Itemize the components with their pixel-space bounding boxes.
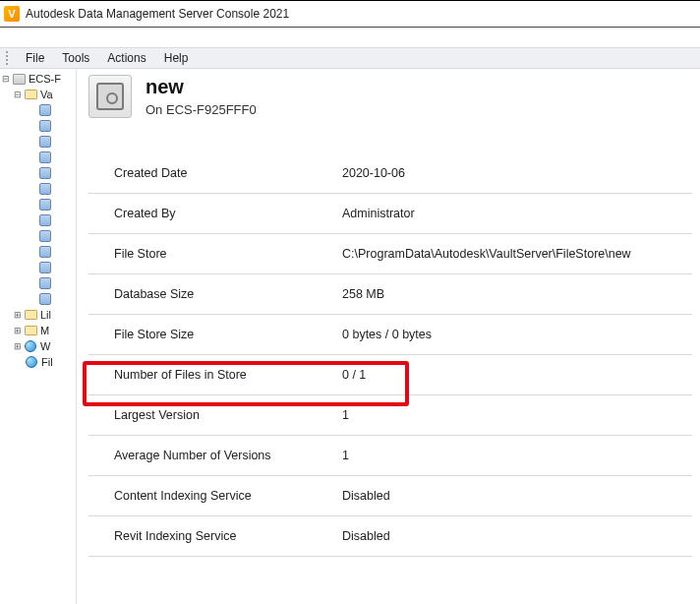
subtitle-prefix: On	[146, 102, 166, 117]
db-icon	[37, 229, 53, 243]
expand-icon[interactable]: ⊞	[12, 326, 23, 335]
db-icon	[37, 276, 53, 290]
property-row: Largest Version1	[88, 395, 692, 436]
spacer	[0, 28, 700, 47]
property-value: 0 bytes / 0 bytes	[342, 328, 432, 341]
app-icon: V	[4, 6, 20, 22]
tree-panel: ⊟ ECS-F ⊟ Va ⊞ Lil ⊞ M	[0, 69, 77, 604]
collapse-icon[interactable]: ⊟	[12, 90, 23, 99]
property-value: 1	[342, 408, 349, 422]
body: ⊟ ECS-F ⊟ Va ⊞ Lil ⊞ M	[0, 69, 700, 604]
globe-icon	[24, 355, 39, 369]
tree-libraries[interactable]: ⊞ Lil	[0, 307, 76, 323]
expand-icon[interactable]: ⊞	[12, 310, 23, 320]
globe-icon	[23, 339, 38, 353]
tree-item[interactable]	[0, 228, 76, 244]
content-panel: new On ECS-F925FFF0 Created Date2020-10-…	[77, 69, 700, 604]
db-icon	[37, 151, 53, 164]
db-icon	[37, 166, 53, 180]
property-label: Content Indexing Service	[114, 489, 342, 503]
titlebar: V Autodesk Data Management Server Consol…	[0, 0, 700, 28]
tree-item[interactable]	[0, 102, 76, 118]
tree-item[interactable]	[0, 212, 76, 228]
property-row: Average Number of Versions1	[88, 436, 692, 476]
menu-actions[interactable]: Actions	[99, 49, 153, 67]
db-icon	[37, 103, 53, 117]
tree-vaults[interactable]: ⊟ Va	[0, 87, 76, 102]
menubar-grip	[6, 51, 12, 65]
property-label: Database Size	[114, 287, 342, 301]
tree-item[interactable]	[0, 260, 76, 275]
property-value: Disabled	[342, 489, 390, 503]
tree-item[interactable]	[0, 244, 76, 260]
property-row: Created Date2020-10-06	[88, 153, 692, 194]
tree-w[interactable]: ⊞ W	[0, 338, 76, 354]
db-icon	[37, 292, 53, 306]
property-row: Database Size258 MB	[88, 274, 692, 315]
server-icon	[11, 72, 27, 86]
property-label: File Store Size	[114, 328, 342, 341]
tree-management[interactable]: ⊞ M	[0, 323, 76, 338]
tree-item[interactable]	[0, 275, 76, 291]
db-icon	[37, 261, 53, 274]
property-label: Number of Files in Store	[114, 368, 342, 382]
property-row: File Store Size0 bytes / 0 bytes	[88, 315, 692, 355]
window-title: Autodesk Data Management Server Console …	[26, 7, 289, 21]
property-label: Largest Version	[114, 408, 342, 422]
property-value: Disabled	[342, 529, 390, 543]
property-label: Revit Indexing Service	[114, 529, 342, 543]
property-value: 2020-10-06	[342, 166, 405, 180]
db-icon	[37, 213, 53, 227]
vault-icon	[88, 75, 132, 118]
db-icon	[37, 198, 53, 211]
property-value: 258 MB	[342, 287, 384, 301]
menubar: File Tools Actions Help	[0, 47, 700, 69]
tree-label: W	[40, 340, 50, 352]
properties-list: Created Date2020-10-06 Created ByAdminis…	[88, 153, 692, 557]
tree-item[interactable]	[0, 197, 76, 212]
folder-icon	[23, 324, 38, 337]
property-label: File Store	[114, 247, 342, 261]
property-row: File StoreC:\ProgramData\Autodesk\VaultS…	[88, 234, 692, 274]
collapse-icon[interactable]: ⊟	[0, 74, 11, 84]
tree-item[interactable]	[0, 165, 76, 181]
expand-icon[interactable]: ⊞	[12, 341, 23, 351]
folder-icon	[23, 308, 38, 322]
tree-label: Fil	[41, 356, 53, 368]
tree-root[interactable]: ⊟ ECS-F	[0, 71, 76, 87]
property-value: 1	[342, 449, 349, 462]
tree-fil[interactable]: Fil	[0, 354, 76, 370]
menu-help[interactable]: Help	[156, 49, 197, 67]
db-icon	[37, 182, 53, 196]
tree-item[interactable]	[0, 134, 76, 150]
folder-icon	[23, 88, 38, 101]
property-value: C:\ProgramData\Autodesk\VaultServer\File…	[342, 247, 631, 261]
tree-label: M	[40, 325, 49, 336]
tree-label: Lil	[40, 309, 51, 321]
tree-label: Va	[40, 89, 53, 100]
menu-tools[interactable]: Tools	[54, 49, 97, 67]
db-icon	[37, 245, 53, 259]
property-value: Administrator	[342, 207, 415, 220]
vault-header: new On ECS-F925FFF0	[88, 75, 692, 126]
tree-item[interactable]	[0, 150, 76, 165]
tree-item[interactable]	[0, 181, 76, 197]
property-row: Created ByAdministrator	[88, 194, 692, 234]
property-row: Number of Files in Store0 / 1	[88, 355, 692, 395]
property-row: Content Indexing ServiceDisabled	[88, 476, 692, 516]
db-icon	[37, 119, 53, 133]
subtitle-host: ECS-F925FFF0	[166, 102, 257, 117]
tree-label: ECS-F	[29, 73, 61, 85]
vault-subtitle: On ECS-F925FFF0	[146, 102, 257, 117]
tree-item[interactable]	[0, 291, 76, 307]
property-value: 0 / 1	[342, 368, 366, 382]
property-label: Created Date	[114, 166, 342, 180]
property-row: Revit Indexing ServiceDisabled	[88, 516, 692, 557]
db-icon	[37, 135, 53, 149]
menu-file[interactable]: File	[18, 49, 52, 67]
tree-item[interactable]	[0, 118, 76, 134]
property-label: Created By	[114, 207, 342, 220]
property-label: Average Number of Versions	[114, 449, 342, 462]
vault-title: new	[146, 76, 257, 98]
